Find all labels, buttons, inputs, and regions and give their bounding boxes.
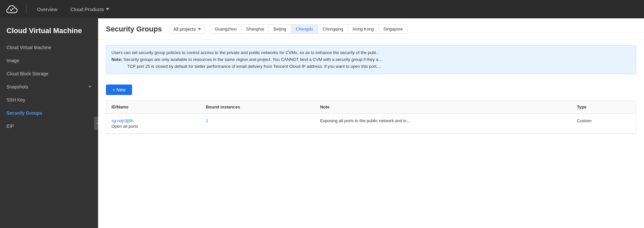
table-row: sg-odp3jj9h Open all ports 1 Exposing al…: [106, 114, 636, 134]
cell-note: Exposing all ports to the public network…: [315, 114, 572, 134]
info-box: Users can set security group policies to…: [106, 45, 636, 74]
chevron-down-icon: [88, 86, 92, 88]
info-line-2-text: Security groups are only available to re…: [124, 57, 382, 62]
column-header-note: Note: [315, 101, 572, 114]
region-tab-chengdu[interactable]: Chengdu: [291, 25, 318, 33]
sidebar-item-label: SSH Key: [7, 97, 25, 103]
main-layout: Cloud Virtual Machine Cloud Virtual Mach…: [0, 18, 644, 228]
security-group-name: Open all ports: [111, 124, 195, 129]
main-content-area: Security Groups All projects Guangzhou S…: [98, 18, 644, 228]
region-tab-beijing[interactable]: Beijing: [269, 25, 291, 33]
cloud-products-menu[interactable]: Cloud Products: [68, 5, 112, 13]
region-tabs: Guangzhou Shanghai Beijing Chengdu Chong…: [210, 24, 408, 34]
bound-instances-link[interactable]: 1: [206, 118, 208, 123]
column-header-bound-instances: Bound instances: [201, 101, 315, 114]
page-title: Security Groups: [106, 25, 162, 33]
info-line-2: Note: Security groups are only available…: [111, 56, 631, 63]
security-groups-table: ID/Name Bound instances Note Type sg-odp…: [106, 100, 636, 134]
region-tab-guangzhou[interactable]: Guangzhou: [210, 25, 242, 33]
security-group-id-link[interactable]: sg-odp3jj9h: [111, 118, 195, 123]
region-tab-chongqing[interactable]: Chongqing: [318, 25, 348, 33]
chevron-down-icon: [198, 28, 201, 30]
sidebar-item-label: Cloud Virtual Machine: [7, 45, 51, 50]
info-line-3: TCP port 25 is closed by default for bet…: [111, 63, 631, 70]
overview-link[interactable]: Overview: [34, 5, 60, 13]
column-header-id-name: ID/Name: [106, 101, 201, 114]
sidebar-collapse-button[interactable]: «: [94, 117, 98, 130]
cell-bound-instances: 1: [201, 114, 315, 134]
chevron-down-icon: [106, 8, 109, 10]
sidebar-title: Cloud Virtual Machine: [0, 18, 98, 41]
sidebar: Cloud Virtual Machine Cloud Virtual Mach…: [0, 18, 98, 228]
region-tab-hong-kong[interactable]: Hong Kong: [348, 25, 379, 33]
logo[interactable]: [5, 3, 18, 16]
collapse-icon: «: [97, 121, 98, 125]
sidebar-item-label: Security Groups: [7, 110, 42, 116]
sidebar-item-snapshots[interactable]: Snapshots: [0, 80, 98, 93]
sidebar-item-cloud-block-storage[interactable]: Cloud Block Storage: [0, 67, 98, 80]
cell-type: Custom: [572, 114, 636, 134]
sidebar-item-label: Cloud Block Storage: [7, 71, 48, 76]
nav-divider: [26, 4, 26, 14]
page-header: Security Groups All projects Guangzhou S…: [98, 18, 644, 40]
cell-id-name: sg-odp3jj9h Open all ports: [106, 114, 201, 134]
sidebar-item-security-groups[interactable]: Security Groups: [0, 106, 98, 120]
sidebar-item-ssh-key[interactable]: SSH Key: [0, 93, 98, 106]
project-selector-label: All projects: [173, 27, 195, 32]
sidebar-item-label: Image: [7, 58, 19, 63]
cloud-products-label: Cloud Products: [71, 7, 104, 12]
top-navigation: Overview Cloud Products: [0, 0, 644, 18]
sidebar-item-image[interactable]: Image: [0, 54, 98, 67]
column-header-type: Type: [572, 101, 636, 114]
sidebar-item-eip[interactable]: EIP: [0, 120, 98, 133]
info-line-1: Users can set security group policies to…: [111, 49, 631, 56]
sidebar-item-cloud-virtual-machine[interactable]: Cloud Virtual Machine: [0, 41, 98, 54]
project-selector[interactable]: All projects: [170, 25, 204, 34]
note-label: Note:: [111, 57, 122, 62]
sidebar-item-label: EIP: [7, 124, 14, 129]
region-tab-singapore[interactable]: Singapore: [379, 25, 407, 33]
region-tab-shanghai[interactable]: Shanghai: [242, 25, 269, 33]
new-button[interactable]: + New: [106, 85, 132, 95]
sidebar-item-label: Snapshots: [7, 84, 28, 89]
table-header-row: ID/Name Bound instances Note Type: [106, 101, 636, 114]
